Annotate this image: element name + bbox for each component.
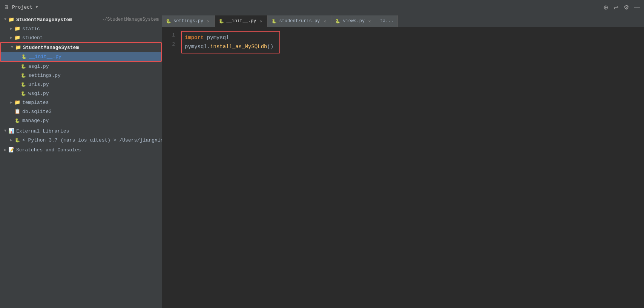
sms-sub-label: StudentManageSystem <box>23 45 158 50</box>
minimize-button[interactable]: — <box>634 5 640 11</box>
init-label: __init__.py <box>29 54 158 59</box>
line-num-1: 1 <box>162 31 175 40</box>
tab-init-label: __init__.py <box>226 18 256 24</box>
urls-label: urls.py <box>28 82 159 87</box>
settings-label: settings.py <box>28 73 159 78</box>
tab-student-urls-python-icon: 🐍 <box>271 19 277 24</box>
python-icon-manage <box>14 117 20 124</box>
expand-arrow-static <box>9 26 14 31</box>
student-label: student <box>22 35 159 41</box>
folder-icon-root <box>8 17 14 23</box>
monitor-icon: 🖥 <box>4 5 9 11</box>
tab-student-urls-label: student/urls.py <box>279 18 320 24</box>
tab-views[interactable]: 🐍 views.py ✕ <box>331 15 376 27</box>
tab-settings-python-icon: 🐍 <box>166 19 171 24</box>
tree-item-student[interactable]: student <box>0 33 162 42</box>
templates-label: templates <box>22 100 159 105</box>
layout-button[interactable]: ⇌ <box>613 5 618 11</box>
folder-icon-static <box>14 26 20 32</box>
expand-arrow-sms-sub <box>10 45 14 50</box>
tab-more-label: ta... <box>380 18 394 24</box>
line-num-2: 2 <box>162 40 175 49</box>
python-icon-urls <box>20 81 26 87</box>
tree-item-root[interactable]: StudentManageSystem ~/StudentManageSyste… <box>0 15 162 24</box>
db-label: db.sqlite3 <box>22 109 159 114</box>
tab-more[interactable]: ta... <box>376 15 398 27</box>
tab-settings-close[interactable]: ✕ <box>205 18 211 24</box>
folder-icon-student <box>14 35 20 41</box>
tab-bar: 🐍 settings.py ✕ 🐍 __init__.py ✕ 🐍 studen… <box>162 15 644 27</box>
tree-item-init[interactable]: __init__.py <box>1 52 161 61</box>
wsgi-label: wsgi.py <box>28 91 159 96</box>
tab-init-python-icon: 🐍 <box>219 19 224 24</box>
project-panel-title[interactable]: 🖥 Project ▼ <box>4 5 38 11</box>
python-icon-env <box>14 137 20 143</box>
asgi-label: asgi.py <box>28 64 159 69</box>
project-label: Project <box>12 5 33 10</box>
manage-label: manage.py <box>22 118 159 124</box>
tab-views-python-icon: 🐍 <box>335 19 340 24</box>
tree-item-external-libs[interactable]: 📊 External Libraries <box>0 127 162 136</box>
file-tree-sidebar: StudentManageSystem ~/StudentManageSyste… <box>0 15 162 308</box>
line-numbers: 1 2 <box>162 31 181 304</box>
root-path: ~/StudentManageSystem <box>102 17 159 22</box>
code-line-2: pymysql.install_as_MySQLdb() <box>185 42 273 51</box>
tab-settings-label: settings.py <box>173 18 203 24</box>
tree-item-scratches[interactable]: 📝 Scratches and Consoles <box>0 145 162 154</box>
tree-item-asgi[interactable]: asgi.py <box>0 62 162 71</box>
tab-views-label: views.py <box>343 18 365 24</box>
folder-icon-sms-sub <box>15 44 21 50</box>
folder-icon-templates <box>14 99 20 105</box>
editor-content: 1 2 import pymysql pymysql.install_as_My… <box>162 27 644 308</box>
external-libs-label: External Libraries <box>16 128 159 134</box>
scratches-label: Scratches and Consoles <box>16 147 159 153</box>
expand-arrow-root <box>3 17 8 22</box>
tree-item-wsgi[interactable]: wsgi.py <box>0 89 162 98</box>
settings-button[interactable]: ⚙ <box>624 5 629 11</box>
python-icon-init <box>21 53 27 59</box>
tree-item-python-env[interactable]: < Python 3.7 (mars_ios_uitest) > /Users/… <box>0 136 162 145</box>
python-icon-settings <box>20 72 26 78</box>
tree-item-static[interactable]: static <box>0 24 162 33</box>
dropdown-arrow-icon[interactable]: ▼ <box>36 5 38 9</box>
root-folder-label: StudentManageSystem <box>16 17 100 23</box>
python-icon-asgi <box>20 63 26 69</box>
code-line-1: import pymysql <box>185 33 273 42</box>
scratches-icon: 📝 <box>8 147 14 153</box>
python-env-label: < Python 3.7 (mars_ios_uitest) > /Users/… <box>22 137 162 143</box>
expand-arrow-templates <box>9 100 14 105</box>
toolbar-actions: ⊕ ⇌ ⚙ — <box>603 5 640 11</box>
expand-arrow-python-env <box>9 138 14 142</box>
editor-area: 1 2 import pymysql pymysql.install_as_My… <box>162 27 644 308</box>
tab-student-urls[interactable]: 🐍 student/urls.py ✕ <box>268 15 331 27</box>
expand-arrow-external <box>3 129 8 133</box>
tree-item-sms-sub[interactable]: StudentManageSystem <box>1 43 161 52</box>
code-highlight-box: import pymysql pymysql.install_as_MySQLd… <box>181 31 280 53</box>
tree-item-db[interactable]: 📋 db.sqlite3 <box>0 107 162 116</box>
main-layout: StudentManageSystem ~/StudentManageSyste… <box>0 15 644 308</box>
static-label: static <box>22 26 159 32</box>
tree-item-templates[interactable]: templates <box>0 98 162 107</box>
python-icon-wsgi <box>20 90 26 96</box>
tab-views-close[interactable]: ✕ <box>367 18 372 24</box>
add-button[interactable]: ⊕ <box>603 5 608 11</box>
tab-settings[interactable]: 🐍 settings.py ✕ <box>162 15 215 27</box>
db-icon: 📋 <box>14 108 20 114</box>
tree-item-urls[interactable]: urls.py <box>0 80 162 89</box>
tab-student-urls-close[interactable]: ✕ <box>322 18 327 24</box>
libs-icon: 📊 <box>8 128 14 134</box>
tab-init-close[interactable]: ✕ <box>258 18 264 24</box>
expand-arrow-student <box>9 35 14 40</box>
expand-arrow-scratches <box>3 148 8 152</box>
right-panel: 🐍 settings.py ✕ 🐍 __init__.py ✕ 🐍 studen… <box>162 15 644 308</box>
tree-item-manage[interactable]: manage.py <box>0 116 162 125</box>
toolbar: 🖥 Project ▼ ⊕ ⇌ ⚙ — <box>0 0 644 15</box>
tree-item-settings[interactable]: settings.py <box>0 71 162 80</box>
code-body[interactable]: import pymysql pymysql.install_as_MySQLd… <box>181 31 644 304</box>
highlighted-subfolder-box: StudentManageSystem __init__.py <box>0 42 162 62</box>
tab-init[interactable]: 🐍 __init__.py ✕ <box>215 15 268 27</box>
